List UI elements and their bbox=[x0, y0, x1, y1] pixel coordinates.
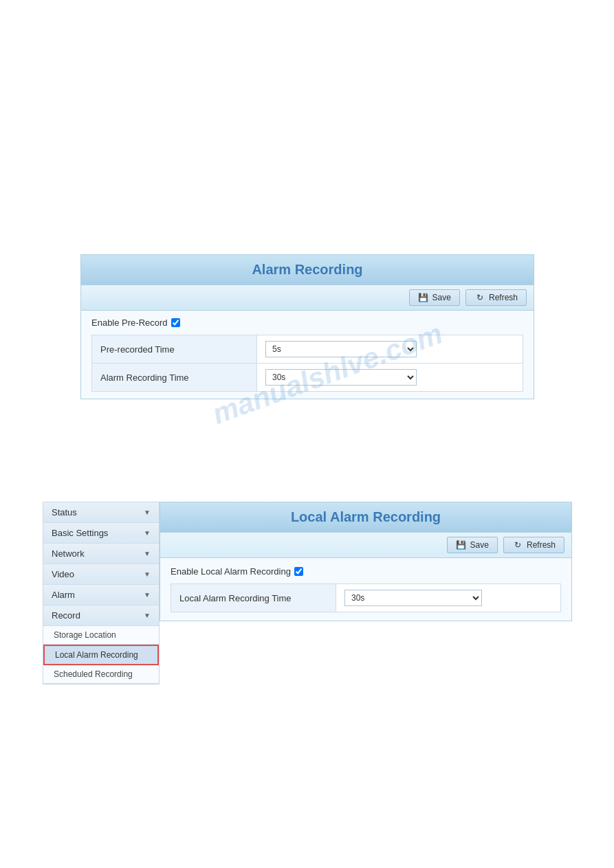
local-alarm-recording-panel: Local Alarm Recording 💾 Save ↻ Refresh E… bbox=[160, 502, 572, 685]
pre-recorded-time-select-wrapper: 5s 10s 15s 20s bbox=[265, 341, 514, 357]
pre-recorded-time-label: Pre-recorded Time bbox=[92, 335, 257, 364]
save-icon: 💾 bbox=[456, 540, 467, 550]
chevron-down-icon: ▼ bbox=[144, 591, 151, 599]
local-alarm-recording-time-label: Local Alarm Recording Time bbox=[171, 584, 336, 612]
local-refresh-label: Refresh bbox=[527, 540, 556, 550]
local-save-button[interactable]: 💾 Save bbox=[447, 537, 498, 553]
local-alarm-settings-table: Local Alarm Recording Time 30s 60s 120s bbox=[171, 583, 561, 612]
chevron-down-icon: ▼ bbox=[144, 612, 151, 619]
local-alarm-recording-toolbar: 💾 Save ↻ Refresh bbox=[160, 533, 572, 558]
refresh-icon: ↻ bbox=[512, 540, 523, 550]
sidebar-item-status[interactable]: Status ▼ bbox=[43, 502, 159, 523]
sidebar-storage-location-label: Storage Location bbox=[54, 630, 116, 640]
alarm-recording-body: Enable Pre-Record Pre-recorded Time 5s 1… bbox=[80, 311, 534, 399]
sidebar-sub-scheduled-recording[interactable]: Scheduled Recording bbox=[43, 665, 159, 684]
chevron-down-icon: ▼ bbox=[144, 509, 151, 516]
chevron-down-icon: ▼ bbox=[144, 550, 151, 557]
bottom-section: Status ▼ Basic Settings ▼ Network ▼ Vide… bbox=[43, 502, 572, 685]
local-alarm-time-select-wrapper: 30s 60s 120s bbox=[344, 590, 552, 606]
enable-pre-record-row: Enable Pre-Record bbox=[91, 318, 523, 328]
enable-pre-record-label: Enable Pre-Record bbox=[91, 318, 168, 328]
pre-recorded-time-row: Pre-recorded Time 5s 10s 15s 20s bbox=[92, 335, 523, 364]
sidebar-item-record[interactable]: Record ▼ bbox=[43, 605, 159, 626]
sidebar-scheduled-recording-label: Scheduled Recording bbox=[54, 669, 133, 679]
local-alarm-recording-title: Local Alarm Recording bbox=[160, 502, 572, 533]
local-refresh-button[interactable]: ↻ Refresh bbox=[503, 537, 564, 553]
enable-local-alarm-label: Enable Local Alarm Recording bbox=[171, 566, 291, 577]
sidebar-alarm-label: Alarm bbox=[52, 590, 75, 600]
alarm-recording-panel: Alarm Recording 💾 Save ↻ Refresh Enable … bbox=[80, 254, 534, 399]
chevron-down-icon: ▼ bbox=[144, 570, 151, 578]
alarm-refresh-button[interactable]: ↻ Refresh bbox=[465, 289, 527, 306]
alarm-recording-time-row: Alarm Recording Time 30s 60s 120s bbox=[92, 364, 523, 392]
sidebar-status-label: Status bbox=[52, 507, 77, 518]
alarm-save-label: Save bbox=[432, 293, 451, 302]
sidebar-sub-storage-location[interactable]: Storage Location bbox=[43, 626, 159, 645]
local-save-label: Save bbox=[470, 540, 489, 550]
local-alarm-time-select[interactable]: 30s 60s 120s bbox=[344, 590, 482, 606]
sidebar-item-video[interactable]: Video ▼ bbox=[43, 564, 159, 585]
sidebar-basic-settings-label: Basic Settings bbox=[52, 528, 108, 538]
alarm-refresh-label: Refresh bbox=[489, 293, 518, 302]
sidebar-sub-local-alarm-recording[interactable]: Local Alarm Recording bbox=[43, 645, 159, 665]
alarm-recording-time-select-wrapper: 30s 60s 120s bbox=[265, 369, 514, 386]
sidebar-record-label: Record bbox=[52, 610, 80, 621]
alarm-recording-time-select[interactable]: 30s 60s 120s bbox=[265, 369, 417, 386]
sidebar-item-basic-settings[interactable]: Basic Settings ▼ bbox=[43, 523, 159, 544]
chevron-down-icon: ▼ bbox=[144, 529, 151, 537]
sidebar-item-network[interactable]: Network ▼ bbox=[43, 544, 159, 564]
save-icon: 💾 bbox=[418, 293, 429, 302]
page-wrapper: Alarm Recording 💾 Save ↻ Refresh Enable … bbox=[0, 0, 614, 868]
alarm-save-button[interactable]: 💾 Save bbox=[409, 289, 460, 306]
pre-recorded-time-select[interactable]: 5s 10s 15s 20s bbox=[265, 341, 417, 357]
alarm-settings-table: Pre-recorded Time 5s 10s 15s 20s bbox=[91, 335, 523, 392]
sidebar-item-alarm[interactable]: Alarm ▼ bbox=[43, 585, 159, 605]
alarm-recording-title: Alarm Recording bbox=[80, 254, 534, 285]
sidebar: Status ▼ Basic Settings ▼ Network ▼ Vide… bbox=[43, 502, 160, 685]
sidebar-local-alarm-label: Local Alarm Recording bbox=[55, 650, 138, 660]
alarm-recording-time-label: Alarm Recording Time bbox=[92, 364, 257, 392]
sidebar-network-label: Network bbox=[52, 548, 85, 559]
alarm-recording-toolbar: 💾 Save ↻ Refresh bbox=[80, 285, 534, 311]
enable-local-alarm-checkbox[interactable] bbox=[294, 567, 303, 576]
local-alarm-recording-time-row: Local Alarm Recording Time 30s 60s 120s bbox=[171, 584, 561, 612]
enable-local-alarm-row: Enable Local Alarm Recording bbox=[171, 566, 561, 577]
sidebar-video-label: Video bbox=[52, 569, 74, 579]
refresh-icon: ↻ bbox=[474, 293, 485, 302]
enable-pre-record-checkbox[interactable] bbox=[171, 318, 180, 327]
local-alarm-recording-body: Enable Local Alarm Recording Local Alarm… bbox=[160, 558, 572, 621]
